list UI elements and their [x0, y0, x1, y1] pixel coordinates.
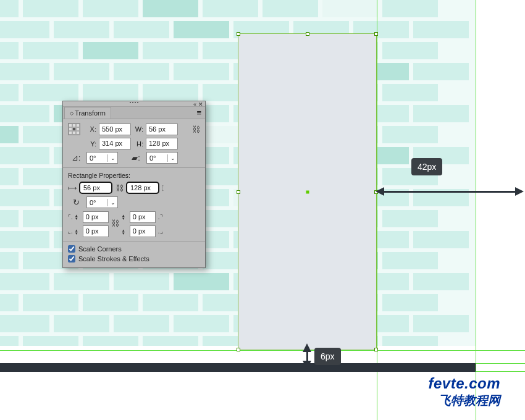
handle-br[interactable] [374, 348, 378, 351]
measure-label-bottom: 6px [314, 348, 341, 365]
scale-corners-label: Scale Corners [78, 245, 122, 253]
rotate-icon: ⊿: [68, 153, 84, 162]
scale-strokes-checkbox[interactable]: Scale Strokes & Effects [68, 255, 200, 262]
guide-horizontal[interactable] [0, 350, 525, 351]
corner-br-field[interactable]: 0 px [130, 225, 156, 237]
constrain-wh-icon[interactable]: ⛓ [191, 123, 200, 135]
corner-tl-field[interactable]: 0 px [83, 211, 109, 223]
collapse-icon[interactable]: « [193, 101, 196, 107]
h-field[interactable]: 128 px [146, 138, 178, 149]
x-label: X: [86, 125, 96, 133]
rect-width-field[interactable]: 56 px [79, 182, 112, 194]
panel-menu-icon[interactable]: ≡ [196, 108, 201, 117]
y-label: Y: [86, 140, 96, 148]
scale-strokes-label: Scale Strokes & Effects [78, 255, 149, 262]
watermark-cn: 飞特教程网 [428, 392, 500, 409]
reference-point-selector[interactable] [68, 123, 80, 135]
link-wh-icon[interactable]: ⛓ [115, 182, 124, 194]
handle-bl[interactable] [237, 348, 240, 351]
watermark-domain: fevte.com [428, 375, 500, 392]
tab-transform[interactable]: Transform [64, 107, 111, 119]
panel-tabbar: Transform ≡ [63, 107, 205, 119]
measure-label-right: 42px [411, 158, 442, 175]
corner-tr-field[interactable]: 0 px [130, 211, 156, 223]
w-field[interactable]: 56 px [146, 124, 178, 135]
link-corners-icon[interactable]: ⛓ [111, 217, 120, 229]
guide-vertical[interactable] [476, 0, 476, 420]
selected-rectangle[interactable] [238, 33, 377, 350]
guide-vertical[interactable] [377, 0, 377, 420]
x-field[interactable]: 550 px [99, 124, 131, 135]
ground-stripe [0, 363, 476, 372]
handle-tc[interactable] [306, 32, 309, 36]
h-label: H: [133, 140, 143, 148]
w-label: W: [133, 125, 143, 133]
rect-height-field[interactable]: 128 px [126, 182, 159, 194]
rotate-field[interactable]: 0°⌄ [86, 152, 118, 164]
shear-field[interactable]: 0°⌄ [146, 152, 178, 164]
rect-rotate-field[interactable]: 0°⌄ [86, 196, 118, 208]
watermark: fevte.com 飞特教程网 [428, 375, 500, 409]
handle-ml[interactable] [237, 190, 240, 194]
measure-arrow-horizontal [384, 191, 515, 193]
shear-icon: ▰: [128, 153, 144, 162]
corner-bl-field[interactable]: 0 px [83, 225, 109, 237]
handle-tr[interactable] [374, 32, 378, 36]
scale-corners-checkbox[interactable]: Scale Corners [68, 245, 200, 253]
measure-arrow-vertical [306, 352, 308, 361]
center-point-icon [306, 190, 309, 193]
corner-br-icon: .⌟ [158, 228, 163, 235]
rect-rotate-icon: ↻ [68, 198, 84, 207]
close-icon[interactable]: ✕ [198, 101, 203, 107]
y-field[interactable]: 314 px [99, 138, 131, 149]
artboard[interactable]: // brick rows generated for visual appro… [0, 0, 525, 420]
width-icon: ⟼ [68, 185, 77, 191]
section-title: Rectangle Properties: [68, 172, 200, 179]
height-icon: ↑↓ [162, 185, 167, 191]
corner-tr-icon: .⌝ [158, 214, 163, 220]
transform-panel[interactable]: « ✕ Transform ≡ X: 550 px W: 56 px [62, 101, 206, 268]
handle-tl[interactable] [237, 32, 240, 36]
corner-tl-icon: ⌜. [68, 214, 73, 220]
corner-bl-icon: ⌞. [68, 228, 73, 235]
panel-grip[interactable]: « ✕ [63, 101, 205, 107]
